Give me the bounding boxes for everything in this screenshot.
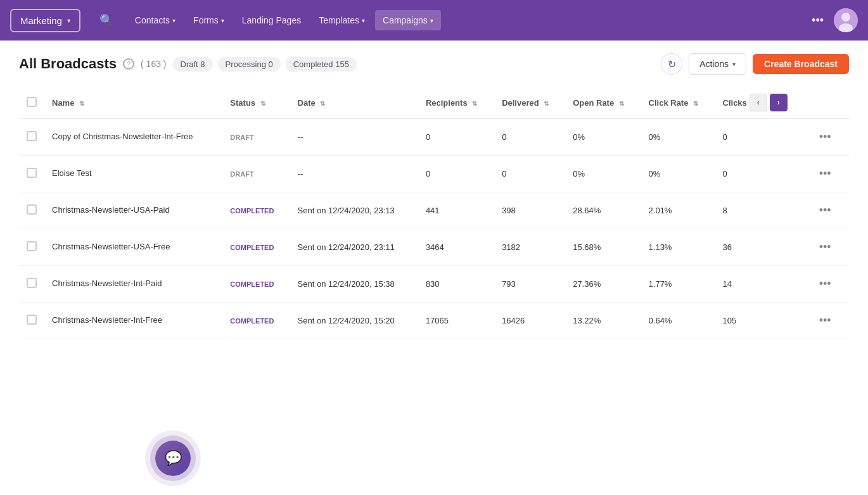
row-recipients-2: 441 — [418, 192, 494, 229]
top-navigation: Marketing ▾ 🔍 Contacts ▾ Forms ▾ Landing… — [0, 0, 868, 41]
row-more-button-1[interactable]: ••• — [814, 165, 836, 183]
row-click-rate-4: 1.77% — [641, 266, 715, 303]
row-more-1: ••• — [807, 156, 849, 192]
row-status-5: COMPLETED — [222, 303, 290, 339]
nav-landing-pages[interactable]: Landing Pages — [234, 10, 309, 30]
row-more-2: ••• — [807, 192, 849, 229]
row-delivered-4: 793 — [494, 266, 565, 303]
table-row: Copy of Christmas-Newsletter-Int-Free DR… — [19, 118, 849, 156]
row-delivered-0: 0 — [494, 118, 565, 156]
row-checkbox-3[interactable] — [27, 241, 37, 251]
name-sort-icon: ⇅ — [79, 100, 84, 107]
row-name-3: Christmas-Newsletter-USA-Free — [44, 229, 222, 266]
row-delivered-5: 16426 — [494, 303, 565, 339]
status-column-header[interactable]: Status ⇅ — [222, 87, 290, 118]
marketing-label: Marketing — [20, 15, 62, 26]
row-checkbox-cell — [19, 156, 44, 192]
column-nav-next[interactable]: › — [770, 94, 788, 111]
row-more-0: ••• — [807, 118, 849, 156]
row-date-4: Sent on 12/24/2020, 15:38 — [290, 266, 418, 303]
row-open-rate-4: 27.36% — [565, 266, 641, 303]
row-clicks-0: 0 — [715, 118, 807, 156]
row-recipients-5: 17065 — [418, 303, 494, 339]
select-all-checkbox[interactable] — [27, 97, 37, 107]
filter-draft[interactable]: Draft 8 — [173, 57, 213, 72]
marketing-dropdown[interactable]: Marketing ▾ — [10, 9, 80, 32]
row-status-3: COMPLETED — [222, 229, 290, 266]
click-rate-column-header[interactable]: Click Rate ⇅ — [641, 87, 715, 118]
nav-forms[interactable]: Forms ▾ — [186, 10, 232, 30]
recipients-column-header[interactable]: Recipients ⇅ — [418, 87, 494, 118]
marketing-chevron-icon: ▾ — [67, 17, 70, 24]
date-column-header[interactable]: Date ⇅ — [290, 87, 418, 118]
row-more-button-3[interactable]: ••• — [814, 238, 836, 256]
row-clicks-4: 14 — [715, 266, 807, 303]
row-more-3: ••• — [807, 229, 849, 266]
more-options-icon[interactable]: ••• — [807, 9, 829, 32]
row-clicks-5: 105 — [715, 303, 807, 339]
row-clicks-3: 36 — [715, 229, 807, 266]
templates-chevron-icon: ▾ — [362, 17, 365, 24]
row-more-button-5[interactable]: ••• — [814, 311, 836, 330]
row-open-rate-2: 28.64% — [565, 192, 641, 229]
open-rate-column-header[interactable]: Open Rate ⇅ — [565, 87, 641, 118]
column-nav-prev[interactable]: ‹ — [750, 94, 767, 111]
row-status-0: DRAFT — [222, 118, 290, 156]
forms-chevron-icon: ▾ — [221, 17, 224, 24]
row-checkbox-cell — [19, 118, 44, 156]
row-checkbox-4[interactable] — [27, 278, 37, 288]
row-checkbox-cell — [19, 192, 44, 229]
row-open-rate-3: 15.68% — [565, 229, 641, 266]
row-click-rate-2: 2.01% — [641, 192, 715, 229]
name-column-header[interactable]: Name ⇅ — [44, 87, 222, 118]
row-checkbox-0[interactable] — [27, 131, 37, 141]
main-content: All Broadcasts ? ( 163 ) Draft 8 Process… — [0, 41, 868, 495]
row-checkbox-cell — [19, 229, 44, 266]
actions-button[interactable]: Actions ▾ — [689, 53, 746, 75]
user-avatar[interactable] — [834, 8, 858, 32]
row-name-0: Copy of Christmas-Newsletter-Int-Free — [44, 118, 222, 156]
table-row: Christmas-Newsletter-USA-Free COMPLETED … — [19, 229, 849, 266]
row-recipients-4: 830 — [418, 266, 494, 303]
filter-processing[interactable]: Processing 0 — [218, 57, 281, 72]
actions-column-header — [807, 87, 849, 118]
row-open-rate-5: 13.22% — [565, 303, 641, 339]
search-icon[interactable]: 🔍 — [96, 9, 117, 31]
row-checkbox-1[interactable] — [27, 168, 37, 178]
row-delivered-1: 0 — [494, 156, 565, 192]
filter-completed[interactable]: Completed 155 — [286, 57, 357, 72]
refresh-button[interactable]: ↻ — [661, 53, 682, 75]
chat-widget[interactable]: 💬 — [155, 441, 191, 476]
row-more-button-4[interactable]: ••• — [814, 275, 836, 293]
row-checkbox-5[interactable] — [27, 315, 37, 325]
row-more-5: ••• — [807, 303, 849, 339]
open-rate-sort-icon: ⇅ — [619, 100, 624, 107]
row-click-rate-5: 0.64% — [641, 303, 715, 339]
select-all-header — [19, 87, 44, 118]
row-name-1: Eloise Test — [44, 156, 222, 192]
nav-templates[interactable]: Templates ▾ — [311, 10, 373, 30]
row-recipients-1: 0 — [418, 156, 494, 192]
nav-links: Contacts ▾ Forms ▾ Landing Pages Templat… — [127, 10, 441, 30]
help-icon[interactable]: ? — [123, 58, 134, 70]
nav-campaigns[interactable]: Campaigns ▾ — [375, 10, 441, 30]
row-checkbox-cell — [19, 303, 44, 339]
row-clicks-1: 0 — [715, 156, 807, 192]
row-name-2: Christmas-Newsletter-USA-Paid — [44, 192, 222, 229]
row-delivered-3: 3182 — [494, 229, 565, 266]
row-status-2: COMPLETED — [222, 192, 290, 229]
header-actions: ↻ Actions ▾ Create Broadcast — [661, 53, 849, 75]
create-broadcast-button[interactable]: Create Broadcast — [753, 54, 849, 74]
row-checkbox-2[interactable] — [27, 204, 37, 215]
nav-contacts[interactable]: Contacts ▾ — [127, 10, 183, 30]
row-open-rate-0: 0% — [565, 118, 641, 156]
row-more-button-2[interactable]: ••• — [814, 201, 836, 220]
table-row: Christmas-Newsletter-Int-Free COMPLETED … — [19, 303, 849, 339]
delivered-column-header[interactable]: Delivered ⇅ — [494, 87, 565, 118]
refresh-icon: ↻ — [668, 58, 676, 70]
clicks-column-header: Clicks ‹ › — [715, 87, 807, 118]
row-more-button-0[interactable]: ••• — [814, 128, 836, 146]
total-count: ( 163 ) — [141, 59, 166, 69]
row-recipients-3: 3464 — [418, 229, 494, 266]
row-name-5: Christmas-Newsletter-Int-Free — [44, 303, 222, 339]
